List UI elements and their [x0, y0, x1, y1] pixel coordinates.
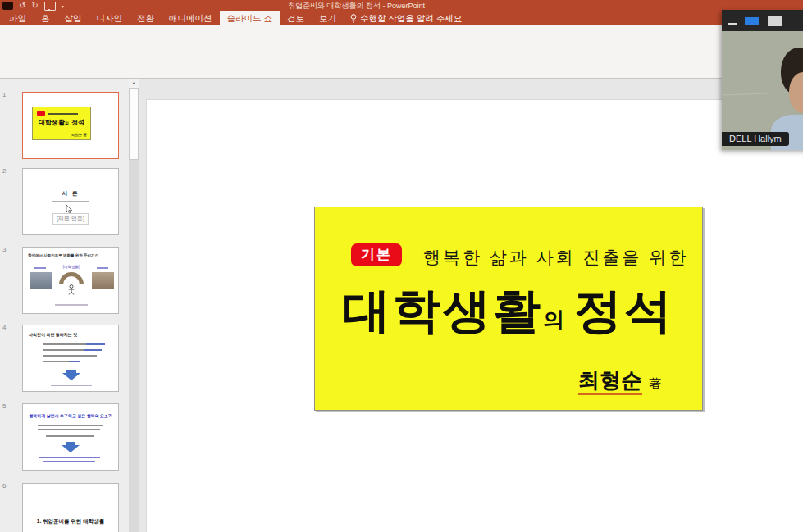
thumb5-text-bar [38, 429, 100, 430]
tab-home[interactable]: 홈 [34, 11, 57, 25]
tab-file[interactable]: 파일 [2, 11, 34, 25]
thumb3-caption-bar [55, 304, 88, 306]
author-name: 최형순 [578, 368, 642, 395]
slide-thumbnail-1[interactable]: 대학생활의 정석 최형순 著 [22, 92, 119, 159]
thumb4-text-bar [43, 361, 80, 362]
basic-badge: 기본 [351, 243, 402, 266]
thumb4-down-arrow [62, 373, 80, 380]
slide-number: 2 [2, 167, 6, 175]
thumb1-badge [37, 111, 45, 116]
thumb5-title: 행복하게 살면서 추구하고 싶은 행복의 요소?! [23, 413, 118, 418]
ribbon [0, 25, 803, 79]
thumb5-down-arrow [62, 445, 80, 452]
slide-title-particle: 의 [543, 307, 564, 332]
tab-transitions[interactable]: 전환 [130, 11, 162, 25]
tab-review[interactable]: 검토 [280, 11, 312, 25]
thumb1-subtitle-bar [48, 113, 78, 115]
slide-number: 4 [2, 324, 6, 331]
webcam-minimize-icon[interactable] [728, 23, 737, 25]
webcam-video-feed: DELL Hallym [722, 31, 803, 150]
slide-title-tail: 정석 [574, 283, 674, 339]
slide-number: 6 [2, 482, 6, 489]
wall-line [722, 93, 787, 96]
thumb4-text-bar [43, 349, 102, 351]
tab-view[interactable]: 보기 [312, 11, 344, 25]
thumb3-photo-left [30, 272, 52, 289]
thumb1-yellow-box: 대학생활의 정석 최형순 著 [32, 107, 91, 140]
tab-animations[interactable]: 애니메이션 [162, 11, 220, 25]
thumb3-stick-figure [67, 284, 75, 298]
thumb1-author: 최형순 著 [71, 133, 87, 137]
slide-thumbnail-6[interactable]: 1. 취업준비를 위한 대학생활 [22, 483, 119, 532]
webcam-restore-icon[interactable] [745, 17, 759, 25]
tab-insert[interactable]: 삽입 [57, 11, 89, 25]
thumb5-text-bar [38, 425, 103, 426]
webcam-maximize-icon[interactable] [768, 16, 782, 26]
tab-slideshow[interactable]: 슬라이드 쇼 [220, 11, 280, 25]
tell-me-box[interactable]: 수행할 작업을 알려 주세요 [344, 11, 468, 25]
slide-title: 대학생활의정석 [315, 280, 702, 343]
thumbnail-scrollbar[interactable]: ▲ [129, 78, 139, 532]
scrollbar-thumb[interactable] [129, 88, 139, 160]
thumb5-blue-text-bar [43, 461, 95, 462]
thumb1-title: 대학생활의 정석 [33, 118, 90, 127]
slide-title-main: 대학생활 [343, 283, 543, 339]
webcam-window[interactable]: DELL Hallym [722, 10, 803, 150]
thumb2-text-bar [52, 201, 89, 202]
slide-thumbnail-5[interactable]: 행복하게 살면서 추구하고 싶은 행복의 요소?! [22, 403, 119, 471]
scrollbar-up-arrow[interactable]: ▲ [129, 78, 139, 88]
thumb3-right-label-bar [97, 267, 108, 269]
thumb5-blue-text-bar [39, 457, 100, 458]
slide-thumbnail-3[interactable]: 학생에서 사회인으로 변화를 위한 준비기간 (대학생활) [22, 247, 119, 314]
thumb2-title: 서 론 [23, 190, 118, 198]
slide-number: 1 [2, 91, 6, 98]
title-slide-yellow-box[interactable]: 기본 행복한 삶과 사회 진출을 위한 대학생활의정석 최형순著 [314, 207, 703, 411]
thumb3-left-label-bar [34, 267, 46, 269]
slide-thumbnail-2[interactable]: 서 론 [제목 없음] [22, 168, 119, 235]
slide-number: 3 [2, 246, 6, 253]
author-suffix: 著 [649, 376, 661, 391]
thumb3-title: 학생에서 사회인으로 변화를 위한 준비기간 [28, 253, 115, 257]
slide-thumbnail-4[interactable]: 사회인이 되면 달라지는 것 [22, 325, 119, 392]
thumb3-center-label: (대학생활) [54, 265, 89, 269]
thumb6-title: 1. 취업준비를 위한 대학생활 [23, 518, 118, 525]
participant-name-label: DELL Hallym [722, 132, 789, 146]
slide-subtitle: 행복한 삶과 사회 진출을 위한 [423, 246, 688, 269]
window-titlebar: ↺ ↻ ▾ 취업준비와 대학생활의 정석 - PowerPoint [0, 0, 803, 11]
thumb3-photo-right [92, 272, 114, 289]
thumb4-caption-bar [51, 385, 92, 387]
thumb4-text-bar [43, 343, 105, 345]
slide-number: 5 [2, 402, 6, 410]
slide-author: 최형순著 [578, 366, 661, 395]
thumb4-title: 사회인이 되면 달라지는 것 [29, 332, 77, 337]
webcam-titlebar [722, 10, 803, 31]
thumb3-arch-graphic [59, 272, 84, 284]
ribbon-tab-row: 파일 홈 삽입 디자인 전환 애니메이션 슬라이드 쇼 검토 보기 수행할 작업… [0, 11, 803, 25]
lightbulb-icon [350, 14, 357, 23]
window-title: 취업준비와 대학생활의 정석 - PowerPoint [0, 0, 713, 11]
tab-design[interactable]: 디자인 [89, 11, 130, 25]
thumb5-text-bar [46, 435, 94, 437]
thumb4-text-bar [43, 355, 97, 357]
tell-me-label: 수행할 작업을 알려 주세요 [360, 13, 462, 25]
thumb2-title-placeholder: [제목 없음] [52, 213, 89, 225]
